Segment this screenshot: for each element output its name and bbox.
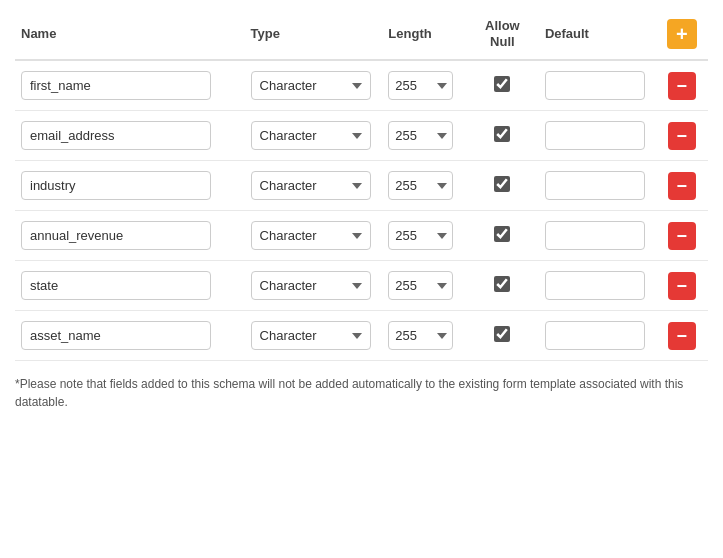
type-select[interactable]: CharacterIntegerFloatBooleanDateText <box>251 171 371 200</box>
type-select[interactable]: CharacterIntegerFloatBooleanDateText <box>251 271 371 300</box>
allownull-checkbox[interactable] <box>494 326 510 342</box>
default-input[interactable] <box>545 271 645 300</box>
col-header-type: Type <box>245 10 383 60</box>
name-input[interactable] <box>21 271 211 300</box>
default-input[interactable] <box>545 71 645 100</box>
remove-field-button[interactable]: − <box>668 272 696 300</box>
schema-table: Name Type Length Allow Null Default + Ch… <box>15 10 708 361</box>
length-select[interactable]: 255128643216 <box>388 221 453 250</box>
allownull-checkbox[interactable] <box>494 226 510 242</box>
table-row: CharacterIntegerFloatBooleanDateText2551… <box>15 111 708 161</box>
length-select[interactable]: 255128643216 <box>388 321 453 350</box>
remove-field-button[interactable]: − <box>668 172 696 200</box>
name-input[interactable] <box>21 171 211 200</box>
col-header-length: Length <box>382 10 465 60</box>
allownull-checkbox[interactable] <box>494 176 510 192</box>
col-header-default: Default <box>539 10 656 60</box>
table-row: CharacterIntegerFloatBooleanDateText2551… <box>15 211 708 261</box>
name-input[interactable] <box>21 71 211 100</box>
remove-field-button[interactable]: − <box>668 322 696 350</box>
default-input[interactable] <box>545 121 645 150</box>
length-select[interactable]: 255128643216 <box>388 171 453 200</box>
schema-editor: Name Type Length Allow Null Default + Ch… <box>0 0 723 426</box>
footnote-text: *Please note that fields added to this s… <box>15 375 708 411</box>
remove-field-button[interactable]: − <box>668 122 696 150</box>
col-header-allownull-line1: Allow <box>485 18 520 34</box>
type-select[interactable]: CharacterIntegerFloatBooleanDateText <box>251 221 371 250</box>
name-input[interactable] <box>21 321 211 350</box>
schema-rows: CharacterIntegerFloatBooleanDateText2551… <box>15 60 708 361</box>
add-field-button[interactable]: + <box>667 19 697 49</box>
type-select[interactable]: CharacterIntegerFloatBooleanDateText <box>251 71 371 100</box>
remove-field-button[interactable]: − <box>668 222 696 250</box>
default-input[interactable] <box>545 171 645 200</box>
name-input[interactable] <box>21 121 211 150</box>
allownull-checkbox[interactable] <box>494 76 510 92</box>
col-header-allownull: Allow Null <box>466 10 539 60</box>
length-select[interactable]: 255128643216 <box>388 71 453 100</box>
length-select[interactable]: 255128643216 <box>388 271 453 300</box>
col-header-allownull-line2: Null <box>490 34 515 50</box>
type-select[interactable]: CharacterIntegerFloatBooleanDateText <box>251 321 371 350</box>
col-header-name: Name <box>15 10 245 60</box>
allownull-checkbox[interactable] <box>494 276 510 292</box>
table-row: CharacterIntegerFloatBooleanDateText2551… <box>15 60 708 111</box>
remove-field-button[interactable]: − <box>668 72 696 100</box>
length-select[interactable]: 255128643216 <box>388 121 453 150</box>
name-input[interactable] <box>21 221 211 250</box>
table-row: CharacterIntegerFloatBooleanDateText2551… <box>15 261 708 311</box>
default-input[interactable] <box>545 321 645 350</box>
type-select[interactable]: CharacterIntegerFloatBooleanDateText <box>251 121 371 150</box>
col-header-action: + <box>656 10 708 60</box>
allownull-checkbox[interactable] <box>494 126 510 142</box>
table-row: CharacterIntegerFloatBooleanDateText2551… <box>15 311 708 361</box>
table-row: CharacterIntegerFloatBooleanDateText2551… <box>15 161 708 211</box>
default-input[interactable] <box>545 221 645 250</box>
